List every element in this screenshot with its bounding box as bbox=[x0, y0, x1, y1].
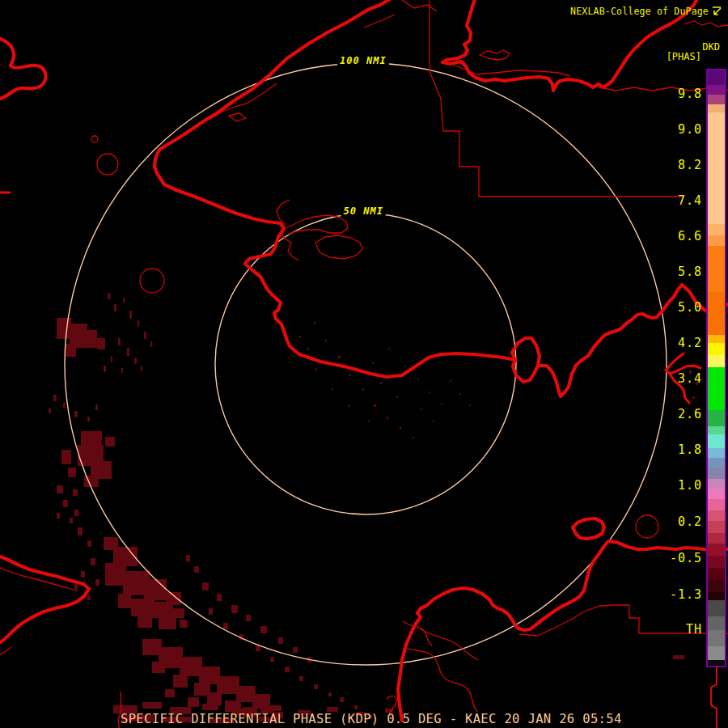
radar-echo bbox=[388, 348, 390, 349]
radar-echo bbox=[433, 421, 434, 422]
radar-echo bbox=[396, 396, 398, 398]
radar-echo bbox=[307, 348, 309, 350]
delta-channel-3 bbox=[421, 629, 479, 660]
radar-echo bbox=[61, 450, 71, 464]
radar-echo bbox=[380, 382, 382, 384]
color-scale-segment bbox=[708, 499, 725, 510]
header: NEXLAB-College of DuPage bbox=[570, 5, 723, 17]
radar-echo bbox=[246, 615, 251, 621]
color-scale-segment bbox=[708, 224, 725, 235]
radar-echo bbox=[129, 311, 132, 319]
radar-echo bbox=[57, 513, 60, 518]
color-scale-segment bbox=[708, 355, 725, 367]
radar-echo bbox=[400, 427, 401, 430]
color-scale-segment bbox=[708, 489, 725, 499]
color-scale-segment bbox=[708, 592, 725, 600]
color-scale-segment bbox=[708, 556, 725, 568]
shore-detail-north-3 bbox=[480, 50, 510, 60]
color-scale-segment bbox=[708, 246, 725, 292]
radar-echo bbox=[142, 702, 162, 709]
radar-echo bbox=[141, 366, 142, 371]
radar-echo bbox=[114, 304, 116, 311]
radar-echo bbox=[84, 330, 97, 348]
lake-circle-2 bbox=[91, 136, 98, 142]
color-scale-segment bbox=[708, 458, 725, 468]
radar-echo bbox=[95, 404, 98, 410]
color-scale-segment bbox=[708, 580, 725, 592]
radar-echo bbox=[696, 382, 698, 385]
radar-echo bbox=[63, 403, 66, 408]
radar-echo bbox=[144, 579, 167, 600]
color-scale-segment bbox=[708, 448, 725, 458]
lake-southeast bbox=[573, 518, 604, 539]
radar-echo bbox=[78, 527, 83, 535]
radar-echo bbox=[421, 408, 422, 410]
shore-detail-nw-1 bbox=[402, 0, 437, 11]
radar-echo bbox=[217, 594, 222, 601]
color-scale-segment bbox=[708, 292, 725, 335]
color-scale-segment bbox=[708, 646, 725, 660]
radar-echo bbox=[138, 616, 152, 628]
radar-echo bbox=[167, 592, 181, 605]
radar-echo bbox=[70, 518, 73, 523]
radar-echo bbox=[209, 608, 213, 615]
radar-echo bbox=[256, 645, 260, 651]
radar-echo bbox=[315, 368, 317, 370]
color-scale-segment bbox=[708, 343, 725, 355]
product-caption: SPECIFIC DIFFERENTIAL PHASE (KDP) 0.5 DE… bbox=[121, 712, 622, 726]
radar-echo bbox=[165, 689, 175, 697]
radar-echo bbox=[469, 404, 471, 406]
radar-echo bbox=[144, 332, 146, 339]
radar-echo bbox=[207, 692, 222, 705]
color-scale-segment bbox=[708, 468, 725, 479]
range-ring bbox=[215, 214, 516, 514]
radar-echo bbox=[173, 608, 184, 618]
radar-echo bbox=[73, 489, 78, 496]
radar-echo bbox=[180, 657, 202, 676]
range-ring-label: 100 NMI bbox=[337, 55, 389, 66]
shore-detail-nw-4 bbox=[229, 113, 246, 121]
color-scale-segment bbox=[708, 479, 725, 489]
product-phase-label: [PHAS] bbox=[667, 51, 701, 62]
radar-echo bbox=[413, 437, 414, 438]
radar-echo bbox=[692, 396, 695, 399]
radar-echo bbox=[387, 417, 388, 419]
shore-detail-ne-corner bbox=[684, 21, 728, 28]
radar-echo bbox=[270, 657, 274, 662]
radar-echo bbox=[260, 626, 267, 633]
radar-echo bbox=[372, 362, 374, 364]
coastline-layer bbox=[0, 0, 728, 721]
radar-echo bbox=[95, 579, 99, 586]
radar-echo bbox=[340, 697, 344, 702]
radar-echo bbox=[299, 676, 303, 681]
radar-echo bbox=[121, 368, 123, 373]
river-fork-east bbox=[666, 353, 700, 374]
color-scale-segment bbox=[708, 630, 725, 646]
radar-echo bbox=[338, 356, 341, 358]
radar-map bbox=[0, 0, 728, 728]
color-scale-segment bbox=[708, 434, 725, 448]
radar-echo bbox=[173, 675, 188, 688]
radar-echo bbox=[49, 408, 51, 413]
corner-arrow-icon bbox=[711, 5, 723, 17]
radar-echo bbox=[441, 403, 442, 404]
radar-echo bbox=[429, 392, 430, 393]
radar-echo bbox=[53, 395, 57, 401]
radar-echo bbox=[689, 370, 692, 374]
color-scale-bar bbox=[706, 69, 726, 667]
radar-echo bbox=[450, 380, 451, 382]
radar-echo bbox=[65, 344, 76, 357]
radar-echo bbox=[202, 582, 209, 590]
radar-echo bbox=[108, 293, 110, 299]
radar-echo bbox=[57, 318, 71, 339]
radar-echo bbox=[186, 555, 190, 561]
radar-echo bbox=[354, 705, 358, 709]
color-scale-segment bbox=[708, 335, 725, 343]
radar-echo bbox=[202, 704, 218, 710]
color-scale-segment bbox=[708, 410, 725, 426]
radar-echo bbox=[68, 468, 76, 477]
color-scale-segment bbox=[708, 600, 725, 616]
radar-echo bbox=[267, 705, 281, 711]
color-scale-segment bbox=[708, 104, 725, 112]
radar-echo bbox=[217, 676, 239, 694]
